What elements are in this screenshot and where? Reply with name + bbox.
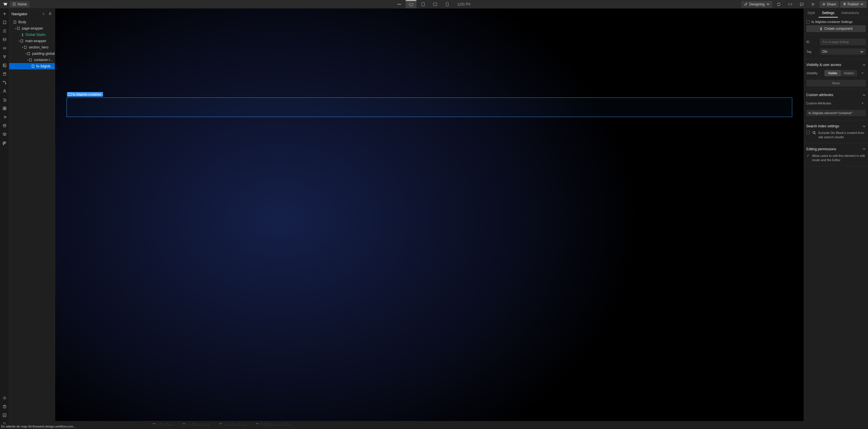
apps-icon[interactable] [1,104,9,112]
variables-icon[interactable] [1,44,9,52]
hidden-button[interactable]: Hidden [841,70,857,76]
webflow-logo[interactable] [2,1,9,8]
selected-element-label[interactable]: fs-3dglobe-container [67,92,103,97]
tab-settings[interactable]: Settings [818,9,838,18]
mode-toggle[interactable]: Designing [741,1,772,8]
canvas[interactable]: fs-3dglobe-container ction_heropadding-g… [55,9,804,429]
id-input[interactable] [820,39,866,45]
tree-item-label: section_hero [29,45,49,49]
visibility-section-header[interactable]: Visibility & user access [806,61,866,68]
component-icon [21,33,24,36]
styles-icon[interactable] [1,53,9,61]
help-icon[interactable] [1,403,9,410]
tab-style[interactable]: Style [804,9,818,18]
tree-caret-icon[interactable]: ▾ [25,53,28,55]
visibility-title: Visibility & user access [806,63,841,67]
code-icon[interactable] [785,0,795,8]
sync-icon[interactable] [774,0,784,8]
selected-element-name: fs-3dglobe-container [73,93,101,96]
users-icon[interactable] [1,87,9,95]
share-button[interactable]: Share [819,1,839,8]
tree-item[interactable]: ▾padding-global [9,51,55,57]
tree-item[interactable]: ▾main-wrapper [9,38,55,44]
ecommerce-icon[interactable] [1,96,9,104]
tree-item-label: Body [19,20,26,24]
custom-attribute-item[interactable]: fs-3dglobe-element="container" [806,110,866,116]
add-attribute-button[interactable]: + [859,100,866,106]
svg-point-8 [823,3,824,4]
device-tablet-landscape[interactable] [430,0,441,8]
visible-button[interactable]: Visible [825,70,841,76]
comments-icon[interactable] [797,0,807,8]
svg-point-12 [4,57,5,58]
svg-rect-24 [5,109,6,110]
collapse-icon[interactable] [41,11,46,16]
device-mobile[interactable] [442,0,453,8]
element-checkbox[interactable] [806,20,810,24]
attr-text: fs-3dglobe-element="container" [809,111,853,115]
home-button[interactable]: Home [10,1,30,7]
svg-point-31 [813,132,815,134]
logic-icon[interactable] [1,78,9,87]
tree-item[interactable]: Body [9,19,55,25]
audit-icon[interactable] [1,113,9,121]
tree-item[interactable]: ▾page-wrapper [9,25,55,32]
topbar: Home 1231 PX Designing [0,0,868,9]
preview-icon[interactable] [808,0,818,8]
svg-rect-4 [409,3,413,5]
add-elements-icon[interactable] [1,10,9,18]
tree-item[interactable]: fs-3dglobe-co [9,63,55,69]
device-tablet-portrait[interactable] [417,0,429,8]
threed-icon[interactable] [1,130,9,138]
pages-icon[interactable] [1,19,9,26]
finsweet-icon[interactable]: {F [1,139,9,147]
add-visibility-button[interactable]: + [859,70,866,76]
tree-caret-icon[interactable]: ▾ [21,46,24,49]
custom-attrs-section-header[interactable]: Custom attributes [806,92,866,98]
mode-label: Designing [749,2,764,6]
svg-point-27 [4,397,5,399]
audit-check-icon[interactable] [1,411,9,419]
pin-icon[interactable] [48,11,53,16]
editing-section-header[interactable]: Editing permissions [806,146,866,153]
svg-point-26 [5,125,5,126]
tree-item[interactable]: ▾section_hero [9,44,55,51]
exclude-search-checkbox[interactable] [806,131,810,134]
navigator-icon[interactable] [1,27,9,35]
selected-element-outline[interactable]: fs-3dglobe-container [67,98,792,117]
assets-icon[interactable] [1,61,9,69]
svg-point-14 [3,65,4,65]
tree-caret-icon[interactable]: ▾ [14,27,17,30]
search-palette-icon[interactable] [1,122,9,130]
publish-label: Publish [848,2,859,6]
tag-select[interactable]: Div [820,48,866,55]
svg-rect-22 [5,107,6,108]
tree-item[interactable]: Global Styles [9,32,55,38]
svg-rect-21 [3,107,4,108]
tree-caret-icon[interactable]: ▾ [27,59,29,61]
panel-tabs: StyleSettingsInteractions [804,9,868,18]
svg-point-16 [3,81,4,82]
chevron-down-icon [863,147,866,151]
tag-label: Tag [806,50,818,53]
left-rail: {F [0,9,9,429]
tab-interactions[interactable]: Interactions [838,9,863,18]
div-icon [17,27,21,30]
publish-button[interactable]: Publish [840,1,866,8]
create-component-button[interactable]: Create component [806,25,866,32]
navigator-panel: Navigator Body▾page-wrapperGlobal Styles… [9,9,55,429]
more-menu[interactable] [394,0,404,8]
tree-item-label: Global Styles [25,33,45,37]
device-desktop[interactable] [406,0,416,8]
components-icon[interactable] [1,36,9,43]
svg-point-19 [4,101,4,101]
search-section-header[interactable]: Search index settings [806,123,866,130]
tree-caret-icon[interactable]: ▾ [18,40,21,42]
svg-rect-0 [13,3,15,5]
check-icon: ✓ [806,154,810,158]
tree-item[interactable]: ▾container-large [9,57,55,63]
status-text: En attente de map-3d-finsweet.design.web… [1,425,76,428]
settings-icon[interactable] [1,394,9,402]
cms-icon[interactable] [1,70,9,78]
chevron-down-icon [863,94,866,97]
